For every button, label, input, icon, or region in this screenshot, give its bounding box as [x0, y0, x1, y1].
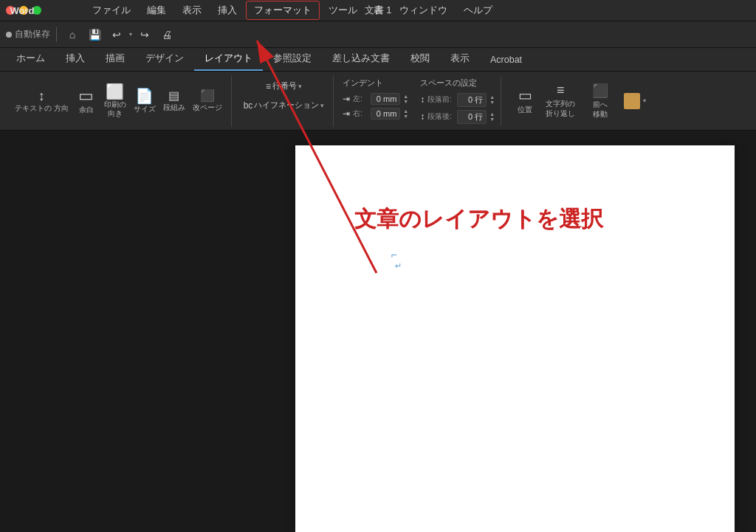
spacing-before-spinner[interactable]: ▲ ▼ [489, 94, 495, 105]
spacing-before-up[interactable]: ▲ [489, 94, 495, 100]
spacing-after-down[interactable]: ▼ [489, 117, 495, 122]
size-button[interactable]: 📄 サイズ [131, 83, 159, 119]
redo-button[interactable]: ↪ [135, 25, 154, 44]
tab-insert[interactable]: 挿入 [55, 48, 95, 71]
orientation-icon: ⬜ [106, 84, 124, 99]
indent-spacing-panel: インデント ⇥ 左: 0 mm ▲ ▼ ⇥ 右: 0 mm ▲ ▼ [337, 77, 501, 125]
app-name: Word [0, 5, 44, 16]
menu-table[interactable]: 表 [366, 1, 391, 19]
indent-left-row: ⇥ 左: 0 mm ▲ ▼ [343, 93, 408, 105]
print-button[interactable]: 🖨 [157, 25, 176, 44]
indent-left-label: 左: [353, 94, 368, 104]
size-icon: 📄 [135, 89, 154, 103]
orientation-label: 印刷の向き [104, 100, 126, 117]
hyphenation-button[interactable]: bc ハイフネーション ▾ [239, 97, 329, 114]
indent-left-icon: ⇥ [343, 94, 350, 104]
indent-col: インデント ⇥ 左: 0 mm ▲ ▼ ⇥ 右: 0 mm ▲ ▼ [343, 78, 408, 124]
arrange-group: ▭ 位置 ≡ 文字列の折り返し ⬛ 前へ移動 ▾ [504, 75, 655, 127]
undo-dropdown[interactable]: ▾ [129, 31, 132, 38]
bring-forward-button[interactable]: ⬛ 前へ移動 [585, 83, 615, 120]
breaks-icon: ⬛ [200, 90, 215, 102]
wrap-text-button[interactable]: ≡ 文字列の折り返し [541, 83, 580, 120]
spacing-after-label: 段落後: [427, 111, 454, 122]
menu-format[interactable]: フォーマット [246, 1, 320, 20]
menu-edit[interactable]: 編集 [140, 1, 173, 19]
menu-window[interactable]: ウィンドウ [392, 1, 455, 19]
color-swatch-chevron[interactable]: ▾ [643, 97, 646, 104]
main-area: 文章のレイアウトを選択 ⌐ ↵ [0, 131, 756, 532]
margins-icon: ▭ [78, 88, 94, 104]
spacing-before-row: ↕ 段落前: 0 行 ▲ ▼ [420, 93, 495, 107]
spacing-after-icon: ↕ [420, 111, 425, 122]
margins-button[interactable]: ▭ 余白 [73, 83, 100, 119]
cursor-mark: ⌐ [391, 249, 397, 260]
hyphenation-label: ハイフネーション [254, 100, 319, 111]
tab-design[interactable]: デザイン [135, 48, 194, 71]
sidebar-left [0, 131, 273, 532]
breaks-label: 改ページ [193, 103, 222, 111]
orientation-button[interactable]: ⬜ 印刷の向き [101, 83, 129, 119]
tab-layout[interactable]: レイアウト [194, 48, 263, 71]
tab-review[interactable]: 校閲 [400, 48, 440, 71]
position-button[interactable]: ▭ 位置 [510, 83, 540, 120]
tab-view[interactable]: 表示 [440, 48, 480, 71]
text-direction-icon: ↕ [38, 89, 45, 103]
spacing-col: スペースの設定 ↕ 段落前: 0 行 ▲ ▼ ↕ 段落後: 0 行 ▲ ▼ [420, 78, 495, 124]
tab-references[interactable]: 参照設定 [263, 48, 322, 71]
title-bar: Word ファイル 編集 表示 挿入 フォーマット ツール 表 ウィンドウ ヘル… [0, 0, 756, 21]
indent-right-down[interactable]: ▼ [403, 114, 408, 119]
indent-left-spinner[interactable]: ▲ ▼ [403, 94, 408, 104]
page-setup-controls: ↕ テキストの 方向 ▭ 余白 ⬜ 印刷の向き 📄 サイズ ▤ 段組み ⬛ 改ペ… [12, 77, 225, 125]
ribbon-tabs: ホーム 挿入 描画 デザイン レイアウト 参照設定 差し込み文書 校閲 表示 A… [0, 48, 756, 72]
spacing-after-row: ↕ 段落後: 0 行 ▲ ▼ [420, 110, 495, 124]
indent-left-value: 0 mm [371, 93, 400, 105]
color-swatch-group: ▾ [621, 91, 649, 111]
indent-left-up[interactable]: ▲ [403, 94, 408, 99]
document-page[interactable]: 文章のレイアウトを選択 ⌐ ↵ [295, 145, 735, 532]
tab-draw[interactable]: 描画 [95, 48, 135, 71]
text-direction-button[interactable]: ↕ テキストの 方向 [12, 83, 72, 119]
menu-help[interactable]: ヘルプ [456, 1, 500, 19]
spacing-after-up[interactable]: ▲ [489, 111, 495, 117]
spacing-before-label: 段落前: [427, 94, 454, 105]
spacing-before-value: 0 行 [457, 93, 487, 107]
annotation-text: 文章のレイアウトを選択 [354, 204, 603, 235]
spacing-after-value: 0 行 [457, 110, 487, 124]
tab-home[interactable]: ホーム [6, 48, 55, 71]
hyphenation-chevron: ▾ [320, 102, 324, 109]
color-swatch [624, 93, 640, 109]
columns-button[interactable]: ▤ 段組み [160, 83, 188, 119]
autosave-control: 自動保存 [6, 28, 50, 41]
indent-right-up[interactable]: ▲ [403, 108, 408, 114]
menu-file[interactable]: ファイル [85, 1, 138, 19]
menu-view[interactable]: 表示 [175, 1, 209, 19]
line-numbers-icon: ≡ [266, 81, 271, 91]
bring-forward-label: 前へ移動 [593, 100, 608, 120]
menu-tools[interactable]: ツール [321, 1, 365, 19]
tab-mailings[interactable]: 差し込み文書 [322, 48, 400, 71]
text-direction-label: テキストの 方向 [15, 104, 69, 112]
autosave-dot [6, 32, 12, 38]
margins-label: 余白 [79, 106, 94, 114]
home-button[interactable]: ⌂ [63, 25, 82, 44]
breaks-button[interactable]: ⬛ 改ページ [190, 83, 225, 119]
bring-forward-icon: ⬛ [592, 83, 608, 99]
undo-button[interactable]: ↩ [107, 25, 126, 44]
document-area: 文章のレイアウトを選択 ⌐ ↵ [273, 131, 756, 532]
line-numbers-chevron: ▾ [298, 83, 302, 90]
page-setup-group: ↕ テキストの 方向 ▭ 余白 ⬜ 印刷の向き 📄 サイズ ▤ 段組み ⬛ 改ペ… [6, 75, 232, 127]
indent-right-value: 0 mm [371, 108, 400, 120]
menu-insert[interactable]: 挿入 [210, 1, 244, 19]
ribbon-content: ↕ テキストの 方向 ▭ 余白 ⬜ 印刷の向き 📄 サイズ ▤ 段組み ⬛ 改ペ… [0, 72, 756, 131]
indent-right-icon: ⇥ [343, 108, 350, 119]
indent-right-spinner[interactable]: ▲ ▼ [403, 108, 408, 119]
hyphenation-icon: bc [244, 100, 253, 111]
position-icon: ▭ [518, 86, 532, 104]
wrap-text-icon: ≡ [557, 83, 565, 98]
save-button[interactable]: 💾 [85, 25, 104, 44]
line-numbers-button[interactable]: ≡ 行番号 ▾ [261, 78, 306, 94]
tab-acrobat[interactable]: Acrobat [480, 50, 532, 71]
spacing-after-spinner[interactable]: ▲ ▼ [489, 111, 495, 122]
indent-left-down[interactable]: ▼ [403, 99, 408, 104]
spacing-before-down[interactable]: ▼ [489, 100, 495, 105]
